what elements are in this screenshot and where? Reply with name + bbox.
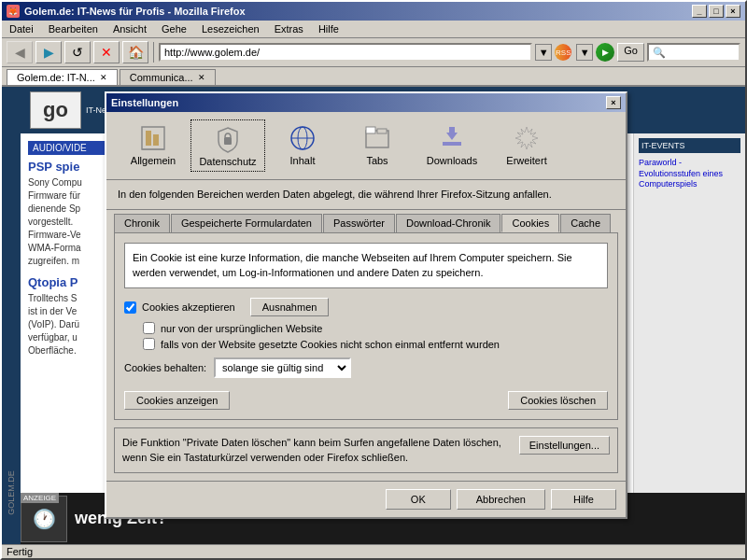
tab-close2[interactable]: ✕ xyxy=(198,73,205,82)
tabs-label: Tabs xyxy=(366,155,388,166)
exceptions-button[interactable]: Ausnahmen xyxy=(250,298,330,316)
dialog-close-button[interactable]: × xyxy=(606,96,621,109)
tab-passwoerter[interactable]: Passwörter xyxy=(323,214,395,232)
tab-golem[interactable]: Golem.de: IT-N... ✕ xyxy=(7,69,118,85)
cookies-keep-row: Cookies behalten: solange sie gültig sin… xyxy=(124,357,608,378)
svg-rect-13 xyxy=(449,127,455,134)
browser-icon: 🦊 xyxy=(7,5,20,18)
dialog-description: In den folgenden Bereichen werden Daten … xyxy=(106,180,626,210)
search-input[interactable] xyxy=(647,43,740,62)
browser-window: 🦊 Golem.de: IT-News für Profis - Mozilla… xyxy=(0,0,747,560)
maximize-button[interactable]: □ xyxy=(709,5,724,18)
allgemein-label: Allgemein xyxy=(131,155,176,166)
back-button[interactable]: ◀ xyxy=(7,41,33,63)
tab-communica[interactable]: Communica... ✕ xyxy=(120,69,216,85)
dialog-icon-datenschutz[interactable]: Datenschutz xyxy=(190,119,265,172)
forward-button[interactable]: ▶ xyxy=(35,41,62,63)
stop-button[interactable]: ✕ xyxy=(93,41,120,63)
dialog-icons-row: Allgemein Datenschutz Inhalt xyxy=(106,112,626,180)
home-button[interactable]: 🏠 xyxy=(122,41,148,63)
erweitert-icon xyxy=(512,123,542,153)
browser-content: GOLEM.DE go IT-News AUDIO/VIDE PSP spie … xyxy=(2,87,745,544)
cookies-accept-row: Cookies akzeptieren Ausnahmen xyxy=(124,298,608,316)
cookie-actions-row: Cookies anzeigen Cookies löschen xyxy=(124,385,608,410)
svg-rect-10 xyxy=(377,129,387,133)
tab-chronik[interactable]: Chronik xyxy=(114,214,170,232)
browser-title: Golem.de: IT-News für Profis - Mozilla F… xyxy=(24,6,246,17)
title-bar: 🦊 Golem.de: IT-News für Profis - Mozilla… xyxy=(2,2,745,21)
dialog-icon-allgemein[interactable]: Allgemein xyxy=(116,119,190,172)
address-dropdown[interactable]: ▼ xyxy=(535,44,552,61)
status-bar: Fertig xyxy=(2,544,745,558)
menu-gehe[interactable]: Gehe xyxy=(159,22,190,35)
menu-hilfe[interactable]: Hilfe xyxy=(316,22,342,35)
cancel-button[interactable]: Abbrechen xyxy=(457,489,545,510)
keep-select[interactable]: solange sie gültig sind bis Firefox been… xyxy=(214,357,351,378)
cookie-description: Ein Cookie ist eine kurze Information, d… xyxy=(124,243,608,288)
address-bar: ▼ RSS ▼ ▶ Go xyxy=(159,43,644,62)
menu-datei[interactable]: Datei xyxy=(7,22,36,35)
tab-bar: Golem.de: IT-N... ✕ Communica... ✕ xyxy=(2,67,745,87)
status-text: Fertig xyxy=(7,546,33,557)
ok-button[interactable]: OK xyxy=(386,489,451,510)
tab-cache[interactable]: Cache xyxy=(560,214,611,232)
private-data-box: Die Funktion "Private Daten löschen" kan… xyxy=(114,427,618,473)
tab-close[interactable]: ✕ xyxy=(100,73,107,82)
rss-button[interactable]: RSS xyxy=(555,44,571,61)
only-original-row: nur von der ursprünglichen Website xyxy=(143,322,608,334)
show-cookies-button[interactable]: Cookies anzeigen xyxy=(124,391,230,410)
keep-label: Cookies behalten: xyxy=(124,362,206,373)
delete-cookies-button[interactable]: Cookies löschen xyxy=(508,391,608,410)
cookie-tab-content: Ein Cookie ist eine kurze Information, d… xyxy=(114,232,618,420)
dialog-title-text: Einstellungen xyxy=(111,97,178,108)
toolbar: ◀ ▶ ↺ ✕ 🏠 ▼ RSS ▼ ▶ Go xyxy=(2,38,745,67)
private-data-text: Die Funktion "Private Daten löschen" kan… xyxy=(122,436,510,465)
tab-download-chronik[interactable]: Download-Chronik xyxy=(396,214,501,232)
menu-bar: Datei Bearbeiten Ansicht Gehe Lesezeiche… xyxy=(2,21,745,38)
inner-tabs: Chronik Gespeicherte Formulardaten Passw… xyxy=(106,210,626,232)
menu-ansicht[interactable]: Ansicht xyxy=(110,22,149,35)
tabs-icon xyxy=(362,123,392,153)
address-input[interactable] xyxy=(159,43,532,62)
only-original-checkbox[interactable] xyxy=(143,322,155,334)
inhalt-label: Inhalt xyxy=(290,155,316,166)
reload-button[interactable]: ↺ xyxy=(64,41,91,63)
not-removed-row: falls von der Website gesetzte Cookies n… xyxy=(143,338,608,350)
close-button[interactable]: × xyxy=(726,5,740,18)
svg-rect-2 xyxy=(153,134,159,146)
downloads-label: Downloads xyxy=(427,155,477,166)
dialog-footer: OK Abbrechen Hilfe xyxy=(106,481,626,517)
menu-lesezeichen[interactable]: Lesezeichen xyxy=(199,22,262,35)
menu-bearbeiten[interactable]: Bearbeiten xyxy=(46,22,101,35)
tab-cookies[interactable]: Cookies xyxy=(501,214,559,232)
erweitert-label: Erweitert xyxy=(506,155,546,166)
dialog-icon-erweitert[interactable]: Erweitert xyxy=(489,119,564,172)
tab-formulardaten[interactable]: Gespeicherte Formulardaten xyxy=(171,214,322,232)
svg-rect-9 xyxy=(366,127,375,133)
help-button[interactable]: Hilfe xyxy=(551,489,616,510)
only-original-label: nur von der ursprünglichen Website xyxy=(161,323,322,334)
svg-rect-4 xyxy=(224,137,232,145)
datenschutz-label: Datenschutz xyxy=(199,156,256,167)
inhalt-icon xyxy=(288,123,317,153)
not-removed-checkbox[interactable] xyxy=(143,338,155,350)
cookies-accept-checkbox[interactable] xyxy=(124,301,136,314)
downloads-icon xyxy=(437,123,467,153)
dialog-title-bar: Einstellungen × xyxy=(106,93,626,112)
dialog-overlay: Einstellungen × Allgemein xyxy=(2,87,745,544)
toolbar-separator xyxy=(153,42,154,63)
go-circle[interactable]: ▶ xyxy=(596,43,614,62)
minimize-button[interactable]: _ xyxy=(692,5,707,18)
go-button[interactable]: Go xyxy=(617,43,644,62)
dialog-icon-downloads[interactable]: Downloads xyxy=(415,119,489,172)
allgemein-icon xyxy=(138,123,168,153)
dialog-icon-tabs[interactable]: Tabs xyxy=(340,119,415,172)
datenschutz-icon xyxy=(213,124,243,154)
address-dropdown2[interactable]: ▼ xyxy=(576,44,593,61)
private-data-settings-button[interactable]: Einstellungen... xyxy=(519,436,610,455)
menu-extras[interactable]: Extras xyxy=(272,22,306,35)
dialog-icon-inhalt[interactable]: Inhalt xyxy=(265,119,340,172)
not-removed-label: falls von der Website gesetzte Cookies n… xyxy=(161,339,500,350)
tab-golem-label: Golem.de: IT-N... xyxy=(17,72,95,83)
svg-rect-11 xyxy=(443,142,461,146)
